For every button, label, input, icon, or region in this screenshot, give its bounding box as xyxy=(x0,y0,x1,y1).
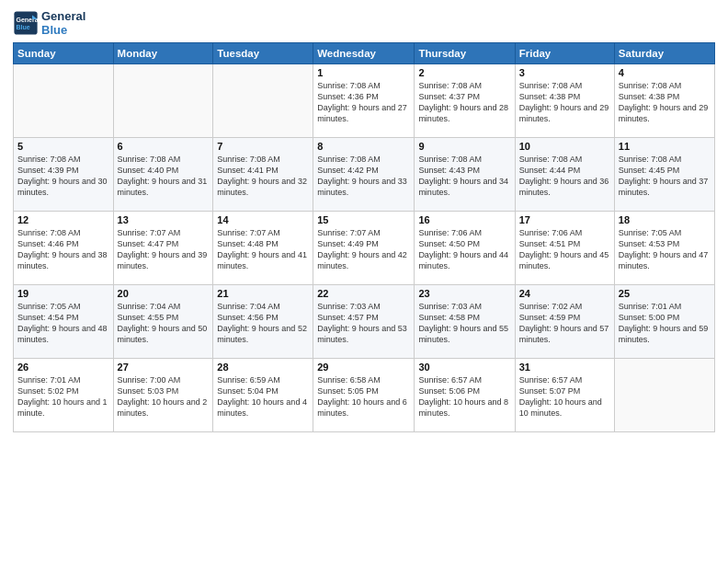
cell-date-number: 11 xyxy=(619,141,711,152)
calendar-cell: 23Sunrise: 7:03 AM Sunset: 4:58 PM Dayli… xyxy=(415,285,515,359)
cell-date-number: 27 xyxy=(118,362,210,373)
cell-info-text: Sunrise: 7:08 AM Sunset: 4:46 PM Dayligh… xyxy=(17,227,109,272)
calendar-header-sunday: Sunday xyxy=(14,43,114,64)
calendar-table: SundayMondayTuesdayWednesdayThursdayFrid… xyxy=(13,42,715,432)
cell-info-text: Sunrise: 6:57 AM Sunset: 5:07 PM Dayligh… xyxy=(519,374,610,419)
cell-date-number: 20 xyxy=(118,288,210,299)
cell-info-text: Sunrise: 6:58 AM Sunset: 5:05 PM Dayligh… xyxy=(317,374,410,419)
svg-text:Blue: Blue xyxy=(17,24,30,30)
calendar-cell: 15Sunrise: 7:07 AM Sunset: 4:49 PM Dayli… xyxy=(313,212,415,285)
cell-info-text: Sunrise: 7:08 AM Sunset: 4:36 PM Dayligh… xyxy=(317,80,410,125)
svg-text:General: General xyxy=(17,17,40,23)
cell-date-number: 10 xyxy=(519,141,610,152)
cell-date-number: 3 xyxy=(519,67,610,78)
calendar-cell: 29Sunrise: 6:58 AM Sunset: 5:05 PM Dayli… xyxy=(313,359,415,432)
calendar-cell: 3Sunrise: 7:08 AM Sunset: 4:38 PM Daylig… xyxy=(515,64,614,138)
cell-date-number: 17 xyxy=(519,214,610,225)
cell-date-number: 21 xyxy=(217,288,309,299)
calendar-cell: 11Sunrise: 7:08 AM Sunset: 4:45 PM Dayli… xyxy=(614,138,714,212)
cell-date-number: 8 xyxy=(317,141,410,152)
page: General Blue General Blue SundayMondayTu… xyxy=(0,0,728,563)
cell-date-number: 2 xyxy=(418,67,510,78)
cell-date-number: 28 xyxy=(217,362,309,373)
cell-date-number: 4 xyxy=(619,67,711,78)
calendar-cell: 28Sunrise: 6:59 AM Sunset: 5:04 PM Dayli… xyxy=(213,359,313,432)
cell-date-number: 12 xyxy=(17,214,109,225)
logo-icon: General Blue xyxy=(13,10,39,36)
cell-info-text: Sunrise: 7:01 AM Sunset: 5:00 PM Dayligh… xyxy=(619,301,711,346)
calendar-cell: 7Sunrise: 7:08 AM Sunset: 4:41 PM Daylig… xyxy=(213,138,313,212)
calendar-cell: 18Sunrise: 7:05 AM Sunset: 4:53 PM Dayli… xyxy=(614,212,714,285)
calendar-week-row: 19Sunrise: 7:05 AM Sunset: 4:54 PM Dayli… xyxy=(14,285,715,359)
cell-date-number: 5 xyxy=(17,141,109,152)
calendar-cell: 27Sunrise: 7:00 AM Sunset: 5:03 PM Dayli… xyxy=(113,359,213,432)
calendar-cell: 5Sunrise: 7:08 AM Sunset: 4:39 PM Daylig… xyxy=(14,138,114,212)
cell-info-text: Sunrise: 7:08 AM Sunset: 4:41 PM Dayligh… xyxy=(217,154,309,199)
calendar-header-tuesday: Tuesday xyxy=(213,43,313,64)
cell-info-text: Sunrise: 7:07 AM Sunset: 4:49 PM Dayligh… xyxy=(317,227,410,272)
calendar-cell xyxy=(213,64,313,138)
calendar-cell: 20Sunrise: 7:04 AM Sunset: 4:55 PM Dayli… xyxy=(113,285,213,359)
cell-info-text: Sunrise: 7:08 AM Sunset: 4:39 PM Dayligh… xyxy=(17,154,109,199)
cell-date-number: 23 xyxy=(418,288,510,299)
calendar-cell: 22Sunrise: 7:03 AM Sunset: 4:57 PM Dayli… xyxy=(313,285,415,359)
calendar-cell: 16Sunrise: 7:06 AM Sunset: 4:50 PM Dayli… xyxy=(415,212,515,285)
cell-date-number: 14 xyxy=(217,214,309,225)
cell-info-text: Sunrise: 7:06 AM Sunset: 4:50 PM Dayligh… xyxy=(418,227,510,272)
calendar-cell: 21Sunrise: 7:04 AM Sunset: 4:56 PM Dayli… xyxy=(213,285,313,359)
cell-info-text: Sunrise: 7:08 AM Sunset: 4:38 PM Dayligh… xyxy=(619,80,711,125)
cell-date-number: 9 xyxy=(418,141,510,152)
cell-date-number: 29 xyxy=(317,362,410,373)
calendar-cell: 31Sunrise: 6:57 AM Sunset: 5:07 PM Dayli… xyxy=(515,359,614,432)
calendar-cell: 30Sunrise: 6:57 AM Sunset: 5:06 PM Dayli… xyxy=(415,359,515,432)
cell-info-text: Sunrise: 7:06 AM Sunset: 4:51 PM Dayligh… xyxy=(519,227,610,272)
calendar-cell: 19Sunrise: 7:05 AM Sunset: 4:54 PM Dayli… xyxy=(14,285,114,359)
calendar-header-monday: Monday xyxy=(113,43,213,64)
cell-date-number: 15 xyxy=(317,214,410,225)
calendar-cell: 17Sunrise: 7:06 AM Sunset: 4:51 PM Dayli… xyxy=(515,212,614,285)
calendar-cell: 9Sunrise: 7:08 AM Sunset: 4:43 PM Daylig… xyxy=(415,138,515,212)
cell-info-text: Sunrise: 7:00 AM Sunset: 5:03 PM Dayligh… xyxy=(118,374,210,419)
calendar-week-row: 1Sunrise: 7:08 AM Sunset: 4:36 PM Daylig… xyxy=(14,64,715,138)
calendar-week-row: 12Sunrise: 7:08 AM Sunset: 4:46 PM Dayli… xyxy=(14,212,715,285)
header: General Blue General Blue xyxy=(13,9,715,37)
cell-date-number: 1 xyxy=(317,67,410,78)
cell-info-text: Sunrise: 7:03 AM Sunset: 4:57 PM Dayligh… xyxy=(317,301,410,346)
cell-info-text: Sunrise: 7:08 AM Sunset: 4:38 PM Dayligh… xyxy=(519,80,610,125)
calendar-header-friday: Friday xyxy=(515,43,614,64)
calendar-cell: 10Sunrise: 7:08 AM Sunset: 4:44 PM Dayli… xyxy=(515,138,614,212)
cell-info-text: Sunrise: 6:59 AM Sunset: 5:04 PM Dayligh… xyxy=(217,374,309,419)
cell-info-text: Sunrise: 6:57 AM Sunset: 5:06 PM Dayligh… xyxy=(418,374,510,419)
calendar-header-saturday: Saturday xyxy=(614,43,714,64)
cell-date-number: 6 xyxy=(118,141,210,152)
cell-info-text: Sunrise: 7:05 AM Sunset: 4:53 PM Dayligh… xyxy=(619,227,711,272)
cell-info-text: Sunrise: 7:08 AM Sunset: 4:42 PM Dayligh… xyxy=(317,154,410,199)
cell-info-text: Sunrise: 7:04 AM Sunset: 4:56 PM Dayligh… xyxy=(217,301,309,346)
calendar-cell: 6Sunrise: 7:08 AM Sunset: 4:40 PM Daylig… xyxy=(113,138,213,212)
cell-date-number: 24 xyxy=(519,288,610,299)
cell-info-text: Sunrise: 7:03 AM Sunset: 4:58 PM Dayligh… xyxy=(418,301,510,346)
cell-date-number: 16 xyxy=(418,214,510,225)
cell-info-text: Sunrise: 7:08 AM Sunset: 4:37 PM Dayligh… xyxy=(418,80,510,125)
cell-date-number: 25 xyxy=(619,288,711,299)
cell-date-number: 13 xyxy=(118,214,210,225)
calendar-cell xyxy=(14,64,114,138)
cell-date-number: 30 xyxy=(418,362,510,373)
calendar-cell: 2Sunrise: 7:08 AM Sunset: 4:37 PM Daylig… xyxy=(415,64,515,138)
cell-info-text: Sunrise: 7:05 AM Sunset: 4:54 PM Dayligh… xyxy=(17,301,109,346)
calendar-cell: 12Sunrise: 7:08 AM Sunset: 4:46 PM Dayli… xyxy=(14,212,114,285)
cell-info-text: Sunrise: 7:07 AM Sunset: 4:48 PM Dayligh… xyxy=(217,227,309,272)
calendar-header-wednesday: Wednesday xyxy=(313,43,415,64)
calendar-cell xyxy=(614,359,714,432)
calendar-header-row: SundayMondayTuesdayWednesdayThursdayFrid… xyxy=(14,43,715,64)
cell-date-number: 31 xyxy=(519,362,610,373)
cell-date-number: 22 xyxy=(317,288,410,299)
cell-info-text: Sunrise: 7:08 AM Sunset: 4:43 PM Dayligh… xyxy=(418,154,510,199)
calendar-week-row: 26Sunrise: 7:01 AM Sunset: 5:02 PM Dayli… xyxy=(14,359,715,432)
calendar-cell: 26Sunrise: 7:01 AM Sunset: 5:02 PM Dayli… xyxy=(14,359,114,432)
calendar-week-row: 5Sunrise: 7:08 AM Sunset: 4:39 PM Daylig… xyxy=(14,138,715,212)
cell-info-text: Sunrise: 7:08 AM Sunset: 4:40 PM Dayligh… xyxy=(118,154,210,199)
cell-info-text: Sunrise: 7:07 AM Sunset: 4:47 PM Dayligh… xyxy=(118,227,210,272)
calendar-cell xyxy=(113,64,213,138)
cell-info-text: Sunrise: 7:02 AM Sunset: 4:59 PM Dayligh… xyxy=(519,301,610,346)
